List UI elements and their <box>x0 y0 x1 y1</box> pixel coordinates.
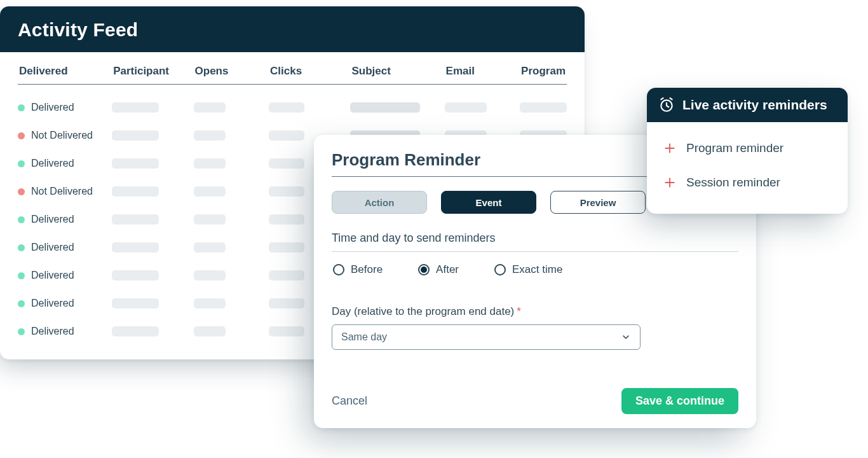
radio-after[interactable]: After <box>418 263 459 276</box>
opens-cell <box>194 102 269 113</box>
section-time-day-label: Time and day to send reminders <box>332 232 738 252</box>
status-dot-icon <box>18 244 25 251</box>
live-reminders-title: Live activity reminders <box>682 97 827 113</box>
status-cell: Delivered <box>18 326 112 337</box>
radio-icon <box>333 264 344 275</box>
participant-cell <box>112 158 193 169</box>
activity-feed-columns: Delivered Participant Opens Clicks Subje… <box>18 61 567 85</box>
status-label: Delivered <box>31 298 74 309</box>
opens-cell <box>194 298 269 309</box>
clicks-cell <box>269 102 350 113</box>
placeholder-bar <box>112 130 159 141</box>
activity-feed-header: Activity Feed <box>0 6 585 52</box>
participant-cell <box>112 102 193 113</box>
email-cell <box>445 102 520 113</box>
chevron-down-icon <box>621 332 631 342</box>
day-select[interactable]: Same day <box>332 324 641 350</box>
radio-exact-time[interactable]: Exact time <box>494 263 562 276</box>
alarm-clock-icon <box>658 97 675 113</box>
placeholder-bar <box>194 298 226 309</box>
placeholder-bar <box>269 214 304 225</box>
status-label: Delivered <box>31 214 74 225</box>
status-label: Not Delivered <box>31 130 93 141</box>
radio-before-label: Before <box>351 263 383 276</box>
radio-icon <box>418 264 430 275</box>
placeholder-bar <box>194 158 226 169</box>
status-label: Not Delivered <box>31 186 93 197</box>
opens-cell <box>194 158 269 169</box>
radio-icon <box>494 264 506 275</box>
required-mark: * <box>517 305 521 317</box>
svg-line-3 <box>661 98 663 99</box>
placeholder-bar <box>520 102 567 113</box>
placeholder-bar <box>350 102 420 113</box>
placeholder-bar <box>269 242 304 253</box>
status-dot-icon <box>18 328 25 335</box>
placeholder-bar <box>269 270 304 281</box>
column-header-clicks: Clicks <box>270 65 351 78</box>
placeholder-bar <box>112 158 159 169</box>
table-row: Delivered <box>18 94 567 121</box>
reminder-item[interactable]: Session reminder <box>661 165 834 200</box>
opens-cell <box>194 130 269 141</box>
opens-cell <box>194 270 269 281</box>
reminder-item[interactable]: Program reminder <box>661 131 834 165</box>
opens-cell <box>194 326 269 337</box>
day-field-label: Day (relative to the program end date)* <box>332 305 738 318</box>
day-field-label-text: Day (relative to the program end date) <box>332 305 514 317</box>
day-select-value: Same day <box>341 331 387 343</box>
placeholder-bar <box>269 298 304 309</box>
status-cell: Not Delivered <box>18 186 112 197</box>
reminder-item-label: Program reminder <box>686 141 783 155</box>
program-cell <box>520 102 567 113</box>
status-cell: Delivered <box>18 270 112 281</box>
status-dot-icon <box>18 216 25 223</box>
editor-actions: Cancel Save & continue <box>332 388 738 414</box>
status-label: Delivered <box>31 242 74 253</box>
status-cell: Delivered <box>18 158 112 169</box>
placeholder-bar <box>269 102 304 113</box>
participant-cell <box>112 298 193 309</box>
status-cell: Delivered <box>18 298 112 309</box>
participant-cell <box>112 214 193 225</box>
column-header-opens: Opens <box>195 65 271 78</box>
status-label: Delivered <box>31 326 74 337</box>
placeholder-bar <box>269 326 304 337</box>
status-cell: Delivered <box>18 214 112 225</box>
column-header-participant: Participant <box>113 65 194 78</box>
status-label: Delivered <box>31 270 74 281</box>
placeholder-bar <box>112 270 159 281</box>
save-continue-button[interactable]: Save & continue <box>621 388 738 414</box>
subject-cell <box>350 102 444 113</box>
placeholder-bar <box>269 158 304 169</box>
tab-action[interactable]: Action <box>332 191 427 214</box>
placeholder-bar <box>445 102 487 113</box>
participant-cell <box>112 242 193 253</box>
cancel-button[interactable]: Cancel <box>332 394 367 408</box>
placeholder-bar <box>112 326 159 337</box>
svg-line-2 <box>667 106 668 107</box>
live-reminders-header: Live activity reminders <box>647 88 848 122</box>
participant-cell <box>112 186 193 197</box>
placeholder-bar <box>112 298 159 309</box>
timing-radio-group: Before After Exact time <box>332 263 738 276</box>
tab-preview[interactable]: Preview <box>550 191 646 214</box>
radio-exact-label: Exact time <box>512 263 562 276</box>
activity-feed-title: Activity Feed <box>18 19 567 41</box>
status-label: Delivered <box>31 102 74 113</box>
placeholder-bar <box>269 130 304 141</box>
placeholder-bar <box>194 214 226 225</box>
plus-icon <box>663 142 676 155</box>
opens-cell <box>194 214 269 225</box>
placeholder-bar <box>194 130 226 141</box>
placeholder-bar <box>194 242 226 253</box>
status-dot-icon <box>18 188 25 195</box>
column-header-subject: Subject <box>351 65 445 78</box>
column-header-program: Program <box>521 65 566 78</box>
placeholder-bar <box>194 270 226 281</box>
placeholder-bar <box>112 242 159 253</box>
radio-before[interactable]: Before <box>333 263 383 276</box>
opens-cell <box>194 186 269 197</box>
status-dot-icon <box>18 300 25 307</box>
tab-event[interactable]: Event <box>441 191 536 214</box>
